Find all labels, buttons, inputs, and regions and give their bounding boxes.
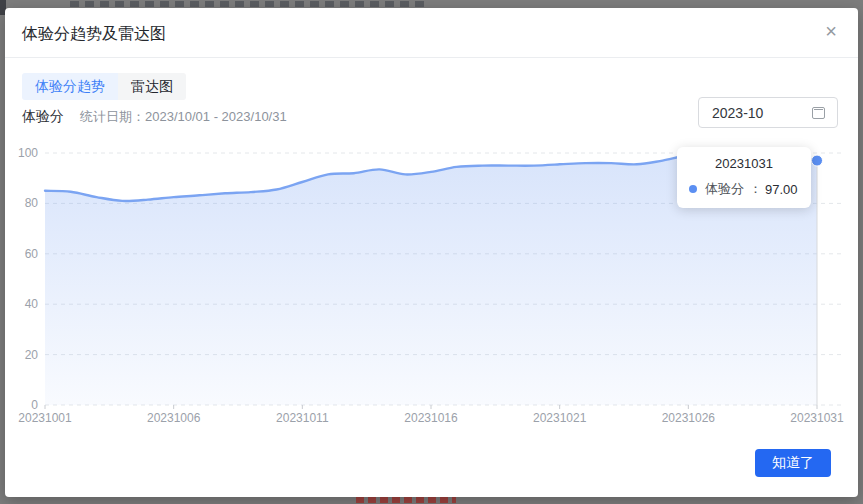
x-axis-label: 20231021 <box>533 411 587 425</box>
x-axis-label: 20231016 <box>404 411 458 425</box>
y-axis-label: 60 <box>25 247 39 261</box>
x-axis-label: 20231006 <box>147 411 201 425</box>
y-axis-label: 0 <box>31 398 38 412</box>
series-dot-icon <box>689 185 697 193</box>
tooltip-row: 体验分 ： 97.00 <box>689 180 799 198</box>
y-axis-label: 40 <box>25 297 39 311</box>
y-axis-label: 20 <box>25 348 39 362</box>
chart-tooltip: 20231031 体验分 ： 97.00 <box>677 147 811 208</box>
tooltip-separator: ： <box>749 180 762 198</box>
tooltip-value: 97.00 <box>765 182 798 197</box>
background-page-text-fragment <box>70 1 428 7</box>
trend-chart: 0204060801002023100120231006202310112023… <box>5 8 858 497</box>
background-page-red-text-fragment <box>356 497 456 503</box>
y-axis-label: 80 <box>25 196 39 210</box>
got-it-button[interactable]: 知道了 <box>755 449 831 477</box>
tooltip-series-label: 体验分 <box>705 180 744 198</box>
tooltip-date: 20231031 <box>689 156 799 171</box>
y-axis-label: 100 <box>18 146 38 160</box>
trend-dialog: 体验分趋势及雷达图 × 体验分趋势 雷达图 体验分 统计日期：2023/10/0… <box>5 8 858 497</box>
x-axis-label: 20231001 <box>18 411 72 425</box>
x-axis-label: 20231026 <box>662 411 716 425</box>
last-point-marker <box>812 155 823 166</box>
x-axis-label: 20231031 <box>790 411 844 425</box>
x-axis-label: 20231011 <box>276 411 329 425</box>
